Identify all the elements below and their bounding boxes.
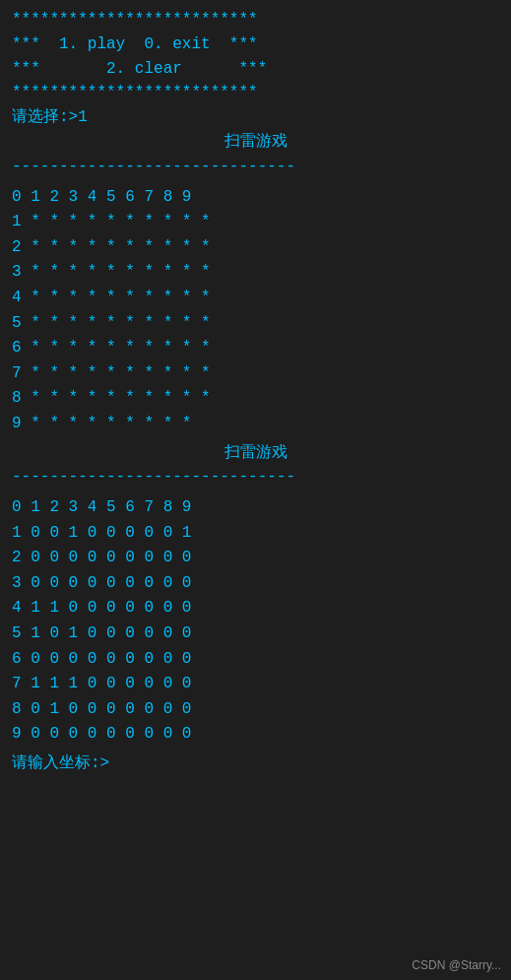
masked-grid: 1 * * * * * * * * * *2 * * * * * * * * *… <box>12 210 499 436</box>
mine-grid-row: 2 0 0 0 0 0 0 0 0 0 <box>12 546 499 571</box>
mine-grid-row: 7 1 1 1 0 0 0 0 0 0 <box>12 672 499 697</box>
header-line1: ************************** <box>12 8 499 33</box>
prompt-line: 请选择:>1 <box>12 105 499 130</box>
mine-grid-row: 6 0 0 0 0 0 0 0 0 0 <box>12 647 499 673</box>
mine-grid-row: 5 1 0 1 0 0 0 0 0 0 <box>12 621 499 647</box>
game-title-2: 扫雷游戏 <box>12 441 499 466</box>
masked-grid-row: 9 * * * * * * * * * <box>12 412 499 437</box>
masked-grid-row: 4 * * * * * * * * * * <box>12 286 499 311</box>
masked-grid-row: 3 * * * * * * * * * * <box>12 260 499 286</box>
masked-grid-row: 7 * * * * * * * * * * <box>12 361 499 387</box>
watermark: CSDN @Starry... <box>412 958 501 972</box>
divider-1: ------------------------------ <box>12 155 499 179</box>
header-line4: ************************** <box>12 81 499 105</box>
mine-grid-row: 8 0 1 0 0 0 0 0 0 0 <box>12 697 499 723</box>
masked-grid-row: 5 * * * * * * * * * * <box>12 311 499 337</box>
divider-2: ------------------------------ <box>12 465 499 490</box>
col-header-2: 0 1 2 3 4 5 6 7 8 9 <box>12 495 499 521</box>
mine-grid-row: 4 1 1 0 0 0 0 0 0 0 <box>12 596 499 621</box>
mine-grid: 1 0 0 1 0 0 0 0 0 12 0 0 0 0 0 0 0 0 03 … <box>12 521 499 748</box>
header-line2: *** 1. play 0. exit *** <box>12 33 499 57</box>
input-prompt[interactable]: 请输入坐标:> <box>12 751 499 776</box>
game-title-1: 扫雷游戏 <box>12 130 499 155</box>
masked-grid-row: 6 * * * * * * * * * * <box>12 336 499 361</box>
mine-grid-row: 9 0 0 0 0 0 0 0 0 0 <box>12 722 499 748</box>
masked-grid-row: 2 * * * * * * * * * * <box>12 235 499 261</box>
mine-grid-row: 1 0 0 1 0 0 0 0 0 1 <box>12 521 499 547</box>
terminal-container: ************************** *** 1. play 0… <box>12 8 499 776</box>
mine-grid-row: 3 0 0 0 0 0 0 0 0 0 <box>12 571 499 597</box>
col-header-1: 0 1 2 3 4 5 6 7 8 9 <box>12 185 499 211</box>
masked-grid-row: 8 * * * * * * * * * * <box>12 386 499 412</box>
header-line3: *** 2. clear *** <box>12 57 499 82</box>
masked-grid-row: 1 * * * * * * * * * * <box>12 210 499 235</box>
